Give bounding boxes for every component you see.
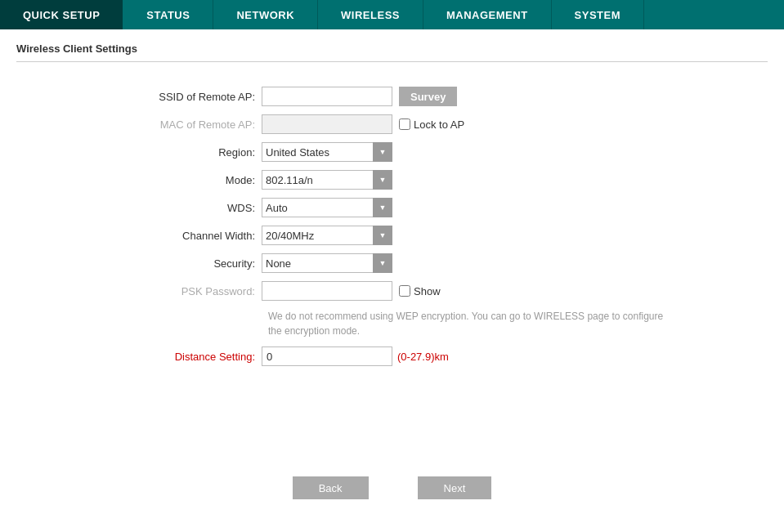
warning-spacer [82,309,268,338]
warning-row: We do not recommend using WEP encryption… [82,309,768,338]
mode-row: Mode: 802.11a/n [82,170,768,190]
security-select[interactable]: None [262,253,392,273]
security-row: Security: None [82,253,768,273]
main-content: Wireless Client Settings SSID of Remote … [0,29,784,396]
psk-row: PSK Password: Show [82,281,768,301]
mac-row: MAC of Remote AP: Lock to AP [82,114,768,134]
ssid-input[interactable] [262,87,392,106]
show-password-checkbox[interactable] [399,285,410,297]
back-button[interactable]: Back [293,476,369,499]
nav-wireless[interactable]: WIRELESS [318,0,423,29]
ssid-label: SSID of Remote AP: [82,91,262,103]
distance-input[interactable] [262,346,392,366]
nav-management[interactable]: MANAGEMENT [423,0,552,29]
section-title: Wireless Client Settings [16,42,768,62]
nav-status[interactable]: STATUS [123,0,213,29]
nav-system[interactable]: SYSTEM [552,0,644,29]
wds-row: WDS: Auto [82,198,768,217]
security-select-wrapper: None [262,253,392,273]
distance-label: Distance Setting: [82,351,262,363]
nav-quick-setup[interactable]: QUICK SETUP [0,0,123,29]
mac-input [262,114,392,134]
channel-width-select-wrapper: 20/40MHz [262,226,392,245]
region-label: Region: [82,146,262,159]
mode-label: Mode: [82,174,262,186]
psk-input[interactable] [262,281,392,301]
lock-wrapper: Lock to AP [399,118,464,131]
channel-width-select[interactable]: 20/40MHz [262,226,392,245]
security-label: Security: [82,257,262,270]
lock-to-ap-checkbox[interactable] [399,118,410,130]
mode-select[interactable]: 802.11a/n [262,170,392,190]
show-label: Show [414,285,441,297]
wds-select[interactable]: Auto [262,198,392,217]
form-area: SSID of Remote AP: Survey MAC of Remote … [16,78,768,382]
mac-label: MAC of Remote AP: [82,118,262,131]
nav-network[interactable]: NETWORK [213,0,318,29]
main-nav: QUICK SETUP STATUS NETWORK WIRELESS MANA… [0,0,784,29]
channel-width-label: Channel Width: [82,230,262,242]
survey-button[interactable]: Survey [399,87,457,106]
region-select[interactable]: United States [262,142,392,162]
next-button[interactable]: Next [418,476,492,499]
show-wrapper: Show [399,285,441,297]
psk-label: PSK Password: [82,285,262,297]
region-row: Region: United States [82,142,768,162]
ssid-row: SSID of Remote AP: Survey [82,87,768,106]
mode-select-wrapper: 802.11a/n [262,170,392,190]
button-row: Back Next [0,476,784,516]
lock-to-ap-label: Lock to AP [414,118,464,131]
channel-width-row: Channel Width: 20/40MHz [82,226,768,245]
wds-select-wrapper: Auto [262,198,392,217]
warning-text: We do not recommend using WEP encryption… [268,309,677,338]
wds-label: WDS: [82,202,262,214]
distance-suffix: (0-27.9)km [397,351,449,363]
region-select-wrapper: United States [262,142,392,162]
distance-row: Distance Setting: (0-27.9)km [82,346,768,366]
